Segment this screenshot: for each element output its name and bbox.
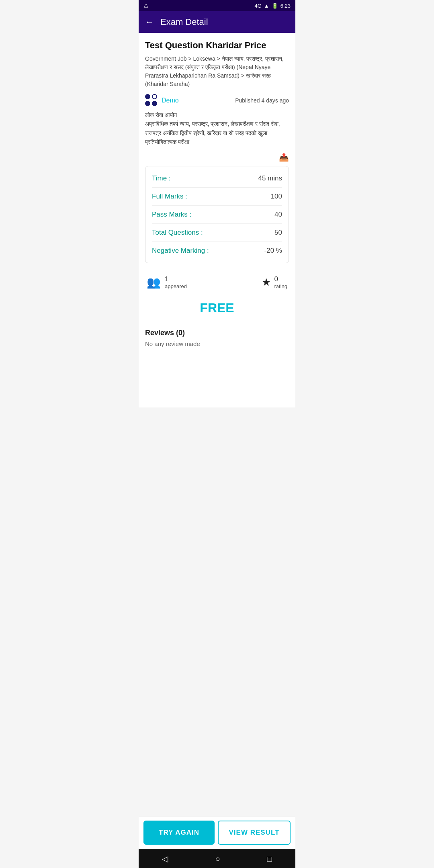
appeared-count: 1 (165, 275, 187, 283)
exam-breadcrumb: Government Job > Loksewa > नेपाल न्याय, … (145, 55, 289, 88)
appeared-info: 1 appeared (165, 275, 187, 289)
page-title: Exam Detail (160, 17, 208, 27)
exam-description: लोक सेवा आयोग अप्राविधिक तर्फा न्याय, पर… (145, 111, 289, 147)
dot-4 (152, 101, 157, 106)
rating-count: 0 (274, 275, 287, 283)
rating-group: ★ 0 rating (262, 275, 287, 289)
negative-marking-value: -20 % (264, 247, 282, 255)
info-row-full-marks: Full Marks : 100 (152, 188, 282, 206)
appeared-label: appeared (165, 283, 187, 289)
status-bar: ⚠ 4G ▲ 🔋 6:23 (139, 0, 295, 11)
reviews-title: Reviews (0) (145, 329, 289, 337)
signal-icon: ▲ (264, 3, 269, 9)
share-icon[interactable]: 📤 (279, 152, 289, 162)
negative-marking-label: Negative Marking : (152, 247, 209, 255)
rating-label: rating (274, 283, 287, 289)
share-row: 📤 (145, 152, 289, 162)
info-row-total-questions: Total Questions : 50 (152, 224, 282, 242)
app-bar: ← Exam Detail (139, 11, 295, 33)
demo-icons: Demo (145, 94, 179, 106)
network-indicator: 4G (254, 3, 261, 9)
published-text: Published 4 days ago (235, 97, 289, 104)
info-card: Time : 45 mins Full Marks : 100 Pass Mar… (145, 166, 289, 263)
dot-3 (145, 101, 150, 106)
back-button[interactable]: ← (145, 17, 154, 27)
total-questions-label: Total Questions : (152, 229, 203, 237)
pass-marks-value: 40 (274, 211, 282, 219)
free-label: FREE (145, 297, 289, 322)
reviews-section: Reviews (0) No any review made (145, 322, 289, 355)
status-time: 6:23 (280, 3, 291, 9)
time-label: Time : (152, 174, 171, 182)
dot-2 (152, 94, 157, 99)
dot-group (145, 94, 158, 106)
people-icon: 👥 (147, 276, 161, 289)
main-content: Test Question Kharidar Price Government … (139, 33, 295, 407)
reviews-empty: No any review made (145, 340, 289, 347)
pass-marks-label: Pass Marks : (152, 211, 191, 219)
demo-label[interactable]: Demo (162, 97, 179, 104)
demo-row: Demo Published 4 days ago (145, 94, 289, 106)
warning-icon: ⚠ (143, 2, 149, 9)
appeared-group: 👥 1 appeared (147, 275, 187, 289)
battery-icon: 🔋 (272, 3, 278, 9)
info-row-pass-marks: Pass Marks : 40 (152, 206, 282, 224)
exam-title: Test Question Kharidar Price (145, 40, 289, 51)
total-questions-value: 50 (274, 229, 282, 237)
dot-1 (145, 94, 150, 99)
info-row-time: Time : 45 mins (152, 170, 282, 188)
full-marks-label: Full Marks : (152, 192, 187, 201)
full-marks-value: 100 (271, 192, 282, 201)
stats-row: 👥 1 appeared ★ 0 rating (145, 270, 289, 295)
info-row-negative-marking: Negative Marking : -20 % (152, 242, 282, 260)
star-icon: ★ (262, 276, 271, 289)
time-value: 45 mins (258, 174, 282, 182)
rating-info: 0 rating (274, 275, 287, 289)
